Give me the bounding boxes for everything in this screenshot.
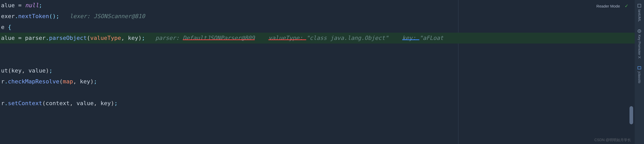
reader-mode-button[interactable]: Reader Mode [596,4,620,8]
execution-line: alue = parser.parseObject(valueType, key… [0,33,644,44]
code-line [0,44,644,54]
code-token: , [22,67,29,74]
code-token: ; [142,35,145,41]
code-editor[interactable]: alue = null; exer.nextToken(); lexer: JS… [0,0,644,109]
code-line [0,54,644,65]
code-token: ( [8,67,11,74]
tool-label: Key Promoter X [638,35,641,59]
code-token: alue [1,2,15,9]
code-token: ; [56,13,59,19]
scrollbar-thumb[interactable] [630,106,633,124]
code-line: alue = null; [0,0,644,11]
code-token: ) [46,67,49,74]
code-token: key [11,67,22,74]
code-token: ) [90,78,93,85]
code-token: = [15,2,25,9]
checkmark-icon[interactable]: ✓ [625,3,628,9]
watermark: CSDN @明明如月学长 [594,138,631,142]
code-token [59,13,70,19]
code-token: key [80,78,90,85]
code-token: ; [49,67,52,74]
jclasslib-icon [637,66,641,70]
tool-label: lantUML [638,9,641,22]
code-token: , [73,78,80,85]
code-line [0,87,644,98]
code-line: r.setContext(context, value, key); [0,98,644,109]
inline-hint-value: "class java.lang.Object" [306,35,389,41]
code-token: . [4,78,8,85]
code-token: exer [1,13,15,19]
code-token: = [15,35,25,41]
code-token: e [1,24,4,30]
code-token: parser [25,35,46,41]
globe-icon [637,29,641,33]
code-token [145,35,155,41]
editor-top-actions: Reader Mode ✓ [596,3,628,9]
code-token: key [128,35,138,41]
code-token: { [4,24,11,30]
code-token: setContext [8,100,42,106]
code-token: r [1,78,4,85]
code-token: ; [39,2,42,9]
code-token: ( [87,35,90,41]
code-token: null [25,2,39,9]
plantuml-icon [637,4,641,8]
code-line: e { [0,22,644,33]
code-token: map [63,78,73,85]
svg-rect-2 [638,67,641,69]
code-token: , [94,100,101,106]
code-token [255,35,268,41]
code-token: context [46,100,70,106]
code-token: r [1,100,4,106]
inline-hint-label: valueType: [268,35,306,41]
code-token: ( [59,78,63,85]
tool-keypromoter[interactable]: Key Promoter X [637,28,641,60]
code-token: parseObject [49,35,87,41]
code-token: , [70,100,77,106]
code-token: ut [1,67,8,74]
inline-hint-value: "aFLoat [419,35,443,41]
code-token [389,35,402,41]
code-token: ( [42,100,46,106]
inline-hint-label: parser: [155,35,183,41]
code-token: nextToken [18,13,49,19]
code-token: checkMapResolve [8,78,60,85]
code-token: . [15,13,18,19]
code-token: key [100,100,111,106]
code-token: . [4,100,8,106]
code-token: ; [94,78,97,85]
code-token: alue [1,35,15,41]
code-token: () [49,13,56,19]
inline-hint-value: DefaultJSONParser@809 [183,35,255,41]
code-token: . [46,35,49,41]
tool-jclasslib[interactable]: jclasslib [637,65,641,84]
code-token: value [76,100,93,106]
code-token: ; [114,100,118,106]
tool-plantuml[interactable]: lantUML [637,3,641,23]
code-token: valueType [90,35,121,41]
inline-hint-label: key: [402,35,419,41]
inline-hint-label: lexer: [70,13,94,19]
code-line: ut(key, value); [0,65,644,76]
code-token: ) [111,100,114,106]
code-line: r.checkMapResolve(map, key); [0,76,644,87]
svg-rect-0 [638,4,641,7]
inline-hint-value: JSONScanner@810 [94,13,145,19]
code-line: exer.nextToken(); lexer: JSONScanner@810 [0,11,644,22]
tool-label: jclasslib [638,71,641,83]
code-token: value [28,67,46,74]
right-tool-panel: lantUML Key Promoter X jclasslib [635,0,644,144]
code-token: , [121,35,128,41]
code-token: ) [138,35,142,41]
